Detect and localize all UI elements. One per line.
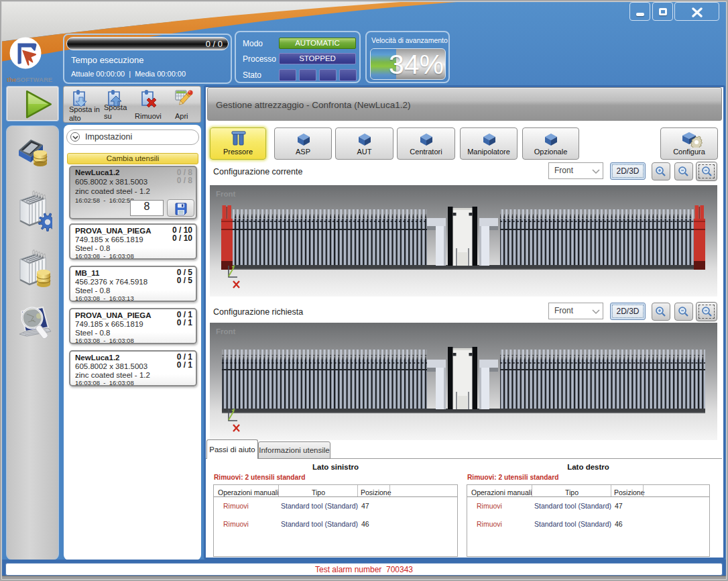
svg-text:Front: Front: [216, 327, 236, 335]
svg-text:Front: Front: [216, 190, 236, 198]
